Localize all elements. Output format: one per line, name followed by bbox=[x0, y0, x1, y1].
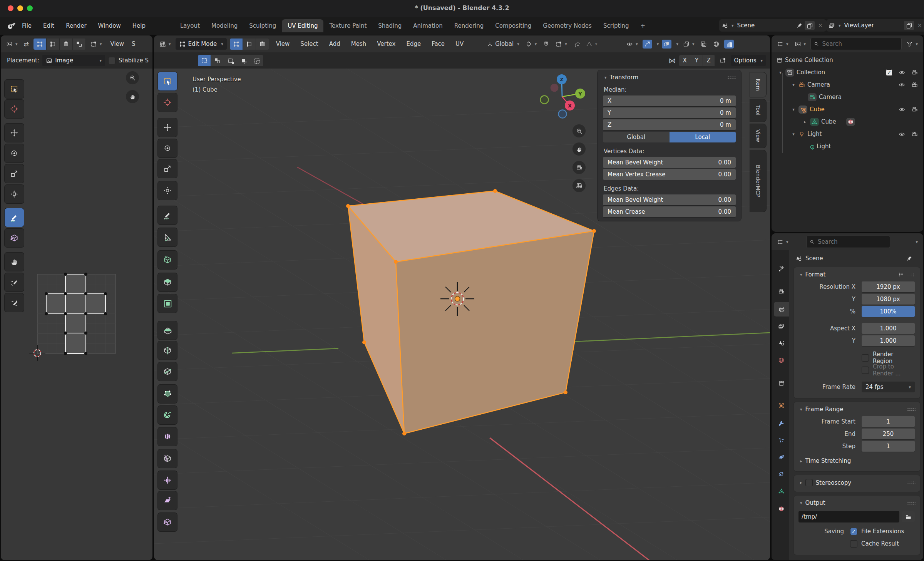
crop-to-render-checkbox[interactable]: ✓ bbox=[862, 367, 869, 374]
tab-viewlayer-properties[interactable] bbox=[773, 319, 789, 333]
panel-grip[interactable] bbox=[907, 273, 916, 276]
tool-knife-button[interactable] bbox=[158, 362, 177, 381]
frame-start-field[interactable]: 1 bbox=[862, 416, 915, 427]
mirror-x-button[interactable]: X bbox=[679, 55, 691, 66]
tool-loop-cut-button[interactable] bbox=[158, 341, 177, 360]
menu-window[interactable]: Window bbox=[92, 22, 127, 29]
select-subtract-button[interactable] bbox=[224, 55, 237, 66]
tool-extrude-region-button[interactable] bbox=[158, 273, 177, 291]
tool-inset-faces-button[interactable] bbox=[158, 294, 177, 313]
tool-spin-button[interactable] bbox=[158, 406, 177, 424]
collapse-panel-icon[interactable]: ▾ bbox=[800, 407, 802, 412]
frame-rate-dropdown[interactable]: 24 fps▾ bbox=[862, 382, 915, 392]
tool-measure-button[interactable] bbox=[158, 228, 177, 246]
output-path-field[interactable]: /tmp/ bbox=[798, 511, 899, 522]
uv-view-menu[interactable]: View bbox=[106, 40, 128, 47]
show-overlays-toggle[interactable] bbox=[662, 40, 671, 49]
tab-material-properties[interactable] bbox=[773, 501, 789, 516]
hide-eye-icon[interactable] bbox=[899, 106, 905, 113]
edge-select-mode-button[interactable] bbox=[243, 39, 256, 50]
collection-checkbox[interactable]: ✓ bbox=[886, 69, 892, 76]
workspace-tab-compositing[interactable]: Compositing bbox=[489, 19, 537, 32]
placement-dropdown[interactable]: Image▾ bbox=[42, 55, 105, 66]
uv-pan-hand-button[interactable] bbox=[126, 90, 139, 103]
tab-constraint-properties[interactable] bbox=[773, 467, 789, 481]
viewport-menu-view[interactable]: View bbox=[272, 40, 294, 47]
collapse-panel-icon[interactable]: ▾ bbox=[604, 75, 607, 80]
snap-toggle-button[interactable] bbox=[541, 40, 551, 49]
tool-add-cube-button[interactable] bbox=[158, 251, 177, 269]
uv-canvas[interactable] bbox=[1, 69, 152, 560]
sidebar-tab-item[interactable]: Item bbox=[750, 72, 766, 97]
remove-viewlayer-button[interactable]: × bbox=[916, 22, 923, 29]
outliner-row-scene-collection[interactable]: Scene Collection bbox=[772, 54, 923, 66]
tab-data-properties[interactable] bbox=[773, 484, 789, 498]
menu-file[interactable]: File bbox=[16, 22, 37, 29]
outliner-row-light-data[interactable]: Light bbox=[772, 140, 923, 152]
stabilize-stroke-checkbox[interactable]: ✓ bbox=[108, 57, 116, 64]
scene-selector[interactable]: ▾ Scene × bbox=[719, 19, 826, 32]
select-invert-button[interactable] bbox=[237, 55, 250, 66]
edge-mean-bevel-weight-field[interactable]: Mean Bevel Weight0.00 bbox=[603, 194, 736, 205]
mean-vertex-crease-field[interactable]: Mean Vertex Crease0.00 bbox=[603, 169, 736, 180]
uv-sync-selection-toggle[interactable]: ⇄ bbox=[22, 39, 30, 49]
workspace-tab-modeling[interactable]: Modeling bbox=[206, 19, 243, 32]
workspace-tab-geometry-nodes[interactable]: Geometry Nodes bbox=[537, 19, 598, 32]
hide-eye-icon[interactable] bbox=[899, 131, 905, 137]
tab-object-properties[interactable] bbox=[773, 398, 789, 413]
outliner-filter-id-dropdown[interactable]: ▾ bbox=[793, 40, 808, 49]
properties-options-dropdown[interactable]: ▾ bbox=[912, 238, 919, 246]
outliner-filter-dropdown[interactable]: ▾ bbox=[905, 40, 919, 49]
mean-crease-field[interactable]: Mean Crease0.00 bbox=[603, 206, 736, 217]
sidebar-tab-blendermcp[interactable]: BlenderMCP bbox=[750, 150, 766, 212]
proportional-falloff-dropdown[interactable]: ▾ bbox=[584, 40, 599, 49]
viewport-pan-hand-button[interactable] bbox=[572, 142, 586, 156]
mirror-z-button[interactable]: Z bbox=[703, 55, 715, 66]
tab-tool-properties[interactable] bbox=[773, 261, 789, 276]
expand-icon[interactable]: ▾ bbox=[791, 132, 796, 137]
viewport-menu-vertex[interactable]: Vertex bbox=[373, 40, 399, 47]
toggle-xray-button[interactable] bbox=[699, 40, 708, 49]
panel-grip[interactable] bbox=[907, 481, 916, 484]
viewport-menu-face[interactable]: Face bbox=[428, 40, 449, 47]
menu-help[interactable]: Help bbox=[127, 22, 151, 29]
uv-select-face-button[interactable] bbox=[60, 39, 73, 50]
viewport-menu-add[interactable]: Add bbox=[325, 40, 344, 47]
tool-annotate-button[interactable] bbox=[158, 206, 177, 224]
face-select-mode-button[interactable] bbox=[256, 39, 269, 50]
shading-solid-button[interactable] bbox=[724, 40, 734, 49]
tool-cursor-button[interactable] bbox=[158, 93, 177, 112]
render-region-checkbox[interactable]: ✓ bbox=[862, 354, 869, 362]
select-extend-button[interactable] bbox=[211, 55, 224, 66]
viewport-menu-select[interactable]: Select bbox=[296, 40, 322, 47]
hide-eye-icon[interactable] bbox=[899, 82, 905, 88]
outliner-search[interactable] bbox=[810, 38, 902, 50]
sidebar-tab-tool[interactable]: Tool bbox=[750, 99, 766, 122]
aspect-x-field[interactable]: 1.000 bbox=[862, 323, 915, 334]
hide-eye-icon[interactable] bbox=[899, 69, 905, 76]
resolution-y-field[interactable]: 1080 px bbox=[862, 294, 915, 305]
workspace-tab-texture-paint[interactable]: Texture Paint bbox=[323, 19, 372, 32]
workspace-tab-rendering[interactable]: Rendering bbox=[449, 19, 490, 32]
frame-end-field[interactable]: 250 bbox=[862, 429, 915, 439]
median-x-field[interactable]: X0 m bbox=[603, 95, 736, 106]
uv-select-menu[interactable]: S bbox=[131, 40, 136, 47]
outliner-search-input[interactable] bbox=[822, 40, 899, 48]
disable-render-camera-icon[interactable] bbox=[911, 82, 918, 88]
mode-dropdown[interactable]: Edit Mode▾ bbox=[176, 38, 227, 50]
viewport-menu-edge[interactable]: Edge bbox=[402, 40, 425, 47]
tool-options-dropdown[interactable]: Options▾ bbox=[731, 55, 766, 66]
resolution-percent-field[interactable]: 100% bbox=[862, 306, 915, 317]
object-type-visibility-dropdown[interactable]: ▾ bbox=[625, 40, 639, 49]
sidebar-tab-view[interactable]: View bbox=[750, 124, 766, 148]
global-button[interactable]: Global bbox=[603, 132, 670, 142]
tool-rotate-button[interactable] bbox=[158, 139, 177, 157]
pivot-point-dropdown[interactable]: ▾ bbox=[524, 40, 539, 49]
expand-icon[interactable]: ▾ bbox=[791, 82, 796, 87]
mirror-y-button[interactable]: Y bbox=[691, 55, 703, 66]
workspace-tab-scripting[interactable]: Scripting bbox=[598, 19, 635, 32]
panel-grip[interactable] bbox=[907, 501, 916, 505]
collapse-panel-icon[interactable]: ▾ bbox=[800, 501, 802, 506]
median-y-field[interactable]: Y0 m bbox=[603, 107, 736, 118]
viewport-camera-view-button[interactable] bbox=[572, 161, 586, 174]
